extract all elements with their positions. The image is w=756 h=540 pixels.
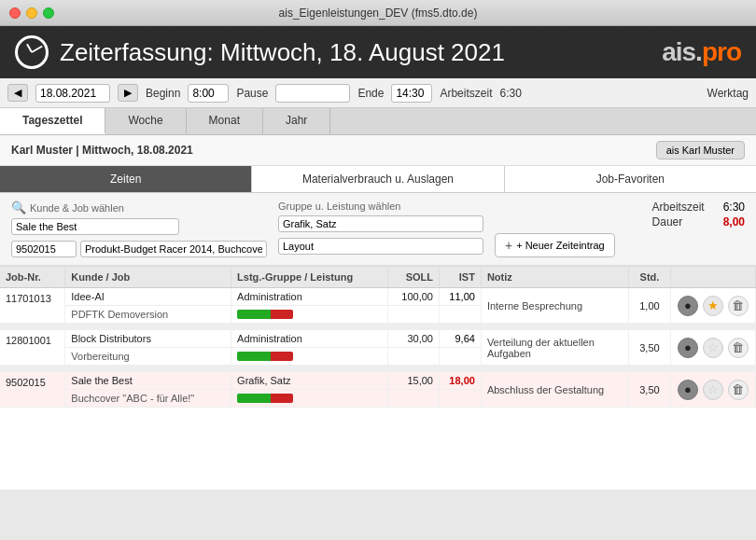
kunde-cell: Sale the Best xyxy=(65,372,231,390)
table-header-row: Job-Nr. Kunde / Job Lstg.-Gruppe / Leist… xyxy=(0,267,756,288)
tab-tageszettel[interactable]: Tageszettel xyxy=(0,108,105,134)
circle-icon[interactable]: ● xyxy=(678,296,698,316)
traffic-lights xyxy=(9,7,54,19)
tab-jahr[interactable]: Jahr xyxy=(263,108,330,134)
soll-sub xyxy=(388,348,440,366)
job-nr-input[interactable] xyxy=(11,241,77,257)
prev-date-button[interactable]: ◀ xyxy=(7,84,28,102)
tab-monat[interactable]: Monat xyxy=(187,108,263,134)
close-button[interactable] xyxy=(9,7,21,19)
plus-icon: + xyxy=(505,238,512,253)
gruppe-input[interactable] xyxy=(278,215,483,232)
section-tab-materialverbrauch[interactable]: Materialverbrauch u. Auslagen xyxy=(252,166,504,192)
progress-green xyxy=(237,310,271,319)
ende-input[interactable] xyxy=(391,84,432,103)
job-nr-cell: 11701013 xyxy=(0,288,65,324)
progress-green xyxy=(237,394,271,403)
progress-red xyxy=(271,394,293,403)
app-header-left: Zeiterfassung: Mittwoch, 18. August 2021 xyxy=(15,35,505,69)
job-nr-cell: 9502015 xyxy=(0,372,65,408)
kunde-label: 🔍 Kunde & Job wählen xyxy=(11,201,267,215)
star-icon[interactable]: ☆ xyxy=(703,380,723,400)
minimize-button[interactable] xyxy=(26,7,37,19)
dauer-value: 8,00 xyxy=(723,215,745,228)
form-row: 🔍 Kunde & Job wählen Gruppe u. Leistung … xyxy=(11,201,745,257)
time-entries-table: Job-Nr. Kunde / Job Lstg.-Gruppe / Leist… xyxy=(0,266,756,490)
section-tab-jobfavoriten[interactable]: Job-Favoriten xyxy=(505,166,756,192)
separator xyxy=(0,324,756,330)
separator xyxy=(0,366,756,372)
clock-hand-minute xyxy=(32,46,43,53)
dauer-row: Dauer 8,00 xyxy=(652,215,745,228)
soll-cell: 100,00 xyxy=(388,288,440,306)
col-soll: SOLL xyxy=(388,267,440,288)
delete-icon[interactable]: 🗑 xyxy=(728,380,749,400)
ende-label: Ende xyxy=(357,87,384,100)
app-logo: ais.pro xyxy=(662,37,741,67)
tab-woche[interactable]: Woche xyxy=(105,108,186,134)
col-ist: IST xyxy=(439,267,481,288)
notiz-cell: Interne Besprechung xyxy=(481,288,628,324)
search-icon: 🔍 xyxy=(11,201,26,215)
col-job-nr: Job-Nr. xyxy=(0,267,65,288)
pause-input[interactable] xyxy=(275,84,350,103)
section-tabs: Zeiten Materialverbrauch u. Auslagen Job… xyxy=(0,166,756,193)
maximize-button[interactable] xyxy=(43,7,54,19)
arbeitszeit-label2: Arbeitszeit xyxy=(652,201,705,214)
std-cell: 3,50 xyxy=(629,372,671,408)
circle-icon[interactable]: ● xyxy=(678,338,698,358)
kunde-cell: Idee-AI xyxy=(65,288,231,306)
circle-icon[interactable]: ● xyxy=(678,380,698,400)
delete-icon[interactable]: 🗑 xyxy=(728,338,749,358)
table-row: 9502015 Sale the Best Grafik, Satz 15,00… xyxy=(0,372,756,390)
progress-red xyxy=(271,352,293,361)
user-button[interactable]: ais Karl Muster xyxy=(656,141,745,159)
user-info: Karl Muster | Mittwoch, 18.08.2021 xyxy=(11,144,193,157)
ist-cell: 18,00 xyxy=(439,372,481,390)
lstg-cell: Grafik, Satz xyxy=(231,372,388,390)
begin-input[interactable] xyxy=(188,84,229,103)
gruppe-leistung-col: Gruppe u. Leistung wählen xyxy=(278,201,483,255)
std-cell: 1,00 xyxy=(629,288,671,324)
star-icon[interactable]: ☆ xyxy=(703,338,723,358)
ist-cell: 11,00 xyxy=(439,288,481,306)
notiz-cell: Abschluss der Gestaltung xyxy=(481,372,628,408)
sub-lstg-cell xyxy=(231,306,388,324)
section-tab-zeiten[interactable]: Zeiten xyxy=(0,166,252,192)
new-entry-button[interactable]: + + Neuer Zeiteintrag xyxy=(495,233,615,257)
clock-icon xyxy=(15,35,49,69)
leistung-input[interactable] xyxy=(278,238,483,255)
arbeitszeit-label: Arbeitszeit xyxy=(440,87,492,100)
actions-cell: ● ☆ 🗑 xyxy=(670,372,755,408)
app-header: Zeiterfassung: Mittwoch, 18. August 2021… xyxy=(0,26,756,78)
pause-label: Pause xyxy=(236,87,268,100)
std-cell: 3,50 xyxy=(629,330,671,366)
progress-green xyxy=(237,352,271,361)
form-area: 🔍 Kunde & Job wählen Gruppe u. Leistung … xyxy=(0,193,756,266)
col-std: Std. xyxy=(629,267,671,288)
next-date-button[interactable]: ▶ xyxy=(118,84,138,102)
sub-lstg-cell xyxy=(231,348,388,366)
arbeitszeit-row: Arbeitszeit 6:30 xyxy=(652,201,745,214)
date-input[interactable] xyxy=(35,84,110,103)
sub-lstg-cell xyxy=(231,390,388,408)
delete-icon[interactable]: 🗑 xyxy=(728,296,749,316)
main-tabs: Tageszettel Woche Monat Jahr xyxy=(0,108,756,135)
ist-cell: 9,64 xyxy=(439,330,481,348)
kunde-cell: Block Distributors xyxy=(65,330,231,348)
progress-bar xyxy=(237,310,293,319)
star-icon[interactable]: ★ xyxy=(703,296,723,316)
ist-sub xyxy=(439,390,481,408)
app-title: Zeiterfassung: Mittwoch, 18. August 2021 xyxy=(60,38,505,67)
kunde-input[interactable] xyxy=(11,218,179,235)
kunde-job-col: 🔍 Kunde & Job wählen xyxy=(11,201,267,257)
day-type: Werktag xyxy=(707,87,749,100)
lstg-cell: Administration xyxy=(231,288,388,306)
toolbar: ◀ ▶ Beginn Pause Ende Arbeitszeit 6:30 W… xyxy=(0,78,756,108)
table-row: 11701013 Idee-AI Administration 100,00 1… xyxy=(0,288,756,306)
job-desc-input[interactable] xyxy=(80,241,267,257)
title-bar: ais_Eigenleistungen_DEV (fms5.dto.de) xyxy=(0,0,756,26)
arbeitszeit-box: Arbeitszeit 6:30 Dauer 8,00 xyxy=(652,201,745,230)
lstg-cell: Administration xyxy=(231,330,388,348)
progress-bar xyxy=(237,352,293,361)
